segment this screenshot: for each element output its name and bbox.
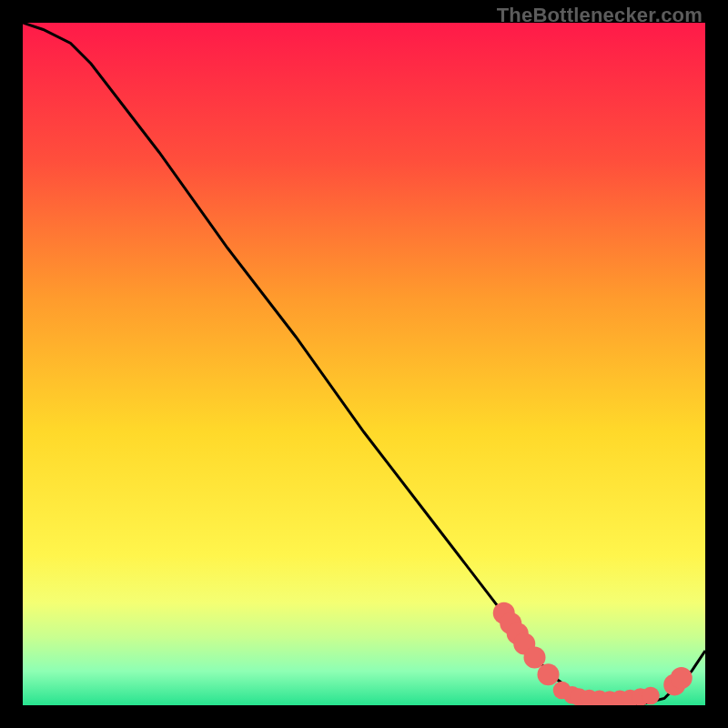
chart-svg bbox=[23, 23, 705, 705]
data-marker bbox=[524, 647, 546, 669]
data-marker bbox=[642, 687, 660, 705]
chart-plot-area bbox=[23, 23, 705, 705]
chart-stage: TheBottlenecker.com bbox=[0, 0, 728, 728]
data-marker bbox=[538, 663, 560, 685]
data-marker bbox=[671, 667, 693, 689]
gradient-background bbox=[23, 23, 705, 705]
